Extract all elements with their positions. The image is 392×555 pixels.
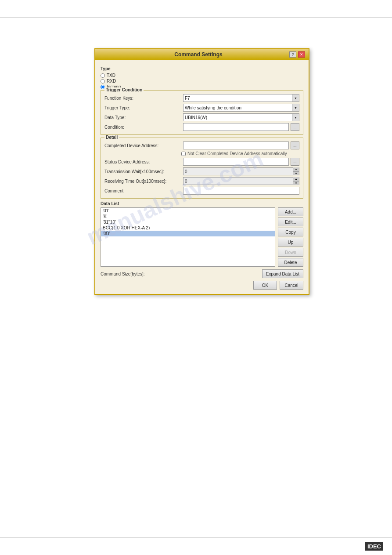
ok-cancel-row: OK Cancel — [101, 281, 303, 290]
comment-row: Comment TXD Inching command — [104, 187, 299, 195]
radio-txd-label: TXD — [107, 73, 115, 78]
transmission-wait-down[interactable]: ▼ — [293, 172, 299, 176]
completed-device-label: Completed Device Address: — [104, 143, 181, 148]
trigger-type-arrow[interactable]: ▼ — [292, 104, 299, 111]
not-clear-row: Not Clear Completed Device Address autom… — [181, 151, 299, 156]
transmission-wait-up[interactable]: ▲ — [293, 167, 299, 172]
data-type-value: UBIN16(W) — [183, 115, 292, 120]
radio-rxd-input[interactable] — [101, 79, 105, 83]
condition-row: Condition: [LSD 031] == 5 ... — [104, 123, 299, 131]
type-radio-group: TXD RXD Inching — [101, 73, 303, 89]
completed-device-row: Completed Device Address: LM 0301 ... — [104, 141, 299, 149]
radio-txd-input[interactable] — [101, 73, 105, 78]
idec-logo: IDEC — [365, 542, 383, 551]
close-button[interactable]: ✕ — [298, 51, 305, 58]
radio-rxd-label: RXD — [107, 79, 116, 83]
receiving-timeout-value: 0 — [183, 178, 293, 184]
copy-button[interactable]: Copy — [278, 228, 303, 236]
transmission-wait-spinner-btns: ▲ ▼ — [293, 167, 299, 175]
receiving-timeout-row: Receiving Time Out[x100msec]: 0 ▲ ▼ — [104, 177, 299, 185]
help-button[interactable]: ? — [289, 51, 296, 58]
idec-logo-box: IDEC — [365, 542, 383, 551]
status-device-input[interactable]: LDR 0330 — [183, 158, 289, 166]
function-key-label: Function Keys: — [104, 96, 181, 101]
not-clear-checkbox[interactable] — [181, 152, 186, 156]
transmission-wait-value: 0 — [183, 169, 293, 174]
bottom-divider — [0, 537, 392, 537]
trigger-section-title: Trigger Condition — [104, 87, 144, 92]
status-device-browse-btn[interactable]: ... — [291, 158, 299, 166]
detail-section-title: Detail — [104, 135, 119, 140]
function-key-arrow[interactable]: ▼ — [292, 94, 299, 102]
function-key-row: Function Keys: F7 ▼ — [104, 94, 299, 102]
radio-rxd[interactable]: RXD — [101, 79, 303, 83]
detail-section: Detail Completed Device Address: LM 0301… — [101, 138, 303, 199]
completed-device-input[interactable]: LM 0301 — [183, 141, 289, 149]
down-button[interactable]: Down — [278, 248, 303, 257]
transmission-wait-spinner[interactable]: 0 ▲ ▼ — [183, 167, 299, 175]
condition-label: Condition: — [104, 125, 181, 130]
dialog-title: Command Settings — [108, 51, 289, 58]
list-item[interactable]: BCC(1 0 XOR HEX-A 2) — [101, 225, 275, 231]
trigger-section: Trigger Condition Function Keys: F7 ▼ Tr… — [101, 90, 303, 135]
edit-button[interactable]: Edit... — [278, 218, 303, 226]
receiving-timeout-label: Receiving Time Out[x100msec]: — [104, 179, 181, 184]
data-type-arrow[interactable]: ▼ — [292, 114, 299, 121]
completed-device-browse-btn[interactable]: ... — [291, 141, 299, 149]
function-key-value: F7 — [183, 95, 292, 101]
trigger-type-label: Trigger Type: — [104, 105, 181, 110]
top-divider — [0, 18, 392, 18]
data-list-box[interactable]: '01' 'K' '31''10' BCC(1 0 XOR HEX-A 2) '… — [101, 207, 275, 267]
condition-browse-btn[interactable]: ... — [291, 123, 299, 131]
trigger-type-select[interactable]: While satisfying the condition ▼ — [183, 104, 299, 112]
ok-button[interactable]: OK — [253, 281, 277, 290]
condition-input[interactable]: [LSD 031] == 5 — [183, 123, 289, 131]
receiving-timeout-down[interactable]: ▼ — [293, 181, 299, 185]
command-settings-dialog: Command Settings ? ✕ Type TXD RXD — [94, 48, 309, 295]
dialog-wrapper: Command Settings ? ✕ Type TXD RXD — [94, 48, 309, 295]
list-item-selected[interactable]: '0D' — [101, 231, 275, 236]
type-section-label: Type — [101, 66, 303, 71]
data-list-label: Data List — [101, 201, 303, 206]
data-list-container: '01' 'K' '31''10' BCC(1 0 XOR HEX-A 2) '… — [101, 207, 303, 267]
dialog-title-bar: Command Settings ? ✕ — [95, 49, 309, 60]
expand-data-list-button[interactable]: Expand Data List — [262, 269, 303, 278]
data-type-row: Data Type: UBIN16(W) ▼ — [104, 113, 299, 121]
radio-txd[interactable]: TXD — [101, 73, 303, 78]
list-item[interactable]: '31''10' — [101, 219, 275, 225]
dialog-body: Type TXD RXD Inching Trigger Condition — [95, 60, 309, 294]
trigger-type-row: Trigger Type: While satisfying the condi… — [104, 104, 299, 112]
up-button[interactable]: Up — [278, 238, 303, 247]
data-list-section: Data List '01' 'K' '31''10' BCC(1 0 XOR … — [101, 201, 303, 267]
not-clear-label: Not Clear Completed Device Address autom… — [187, 151, 287, 156]
cancel-button[interactable]: Cancel — [280, 281, 303, 290]
receiving-timeout-spinner-btns: ▲ ▼ — [293, 177, 299, 185]
data-type-label: Data Type: — [104, 115, 181, 120]
transmission-wait-row: Transmission Wait[x100msec]: 0 ▲ ▼ — [104, 167, 299, 175]
add-button[interactable]: Add... — [278, 207, 303, 216]
list-item[interactable]: 'K' — [101, 214, 275, 219]
command-size-label: Command Size[bytes]: — [101, 272, 145, 276]
bottom-row: Command Size[bytes]: Expand Data List — [101, 269, 303, 278]
function-key-select[interactable]: F7 ▼ — [183, 94, 299, 102]
data-type-select[interactable]: UBIN16(W) ▼ — [183, 113, 299, 121]
transmission-wait-label: Transmission Wait[x100msec]: — [104, 169, 181, 174]
receiving-timeout-up[interactable]: ▲ — [293, 177, 299, 181]
list-item[interactable]: '01' — [101, 208, 275, 214]
receiving-timeout-spinner[interactable]: 0 ▲ ▼ — [183, 177, 299, 185]
status-device-row: Status Device Address: LDR 0330 ... — [104, 158, 299, 166]
title-bar-buttons: ? ✕ — [289, 51, 305, 58]
comment-input[interactable]: TXD Inching command — [183, 187, 299, 195]
status-device-label: Status Device Address: — [104, 160, 181, 164]
trigger-type-value: While satisfying the condition — [183, 105, 292, 111]
delete-button[interactable]: Delete — [278, 258, 303, 267]
comment-label: Comment — [104, 189, 181, 193]
data-list-buttons: Add... Edit... Copy Up Down Delete — [278, 207, 303, 267]
